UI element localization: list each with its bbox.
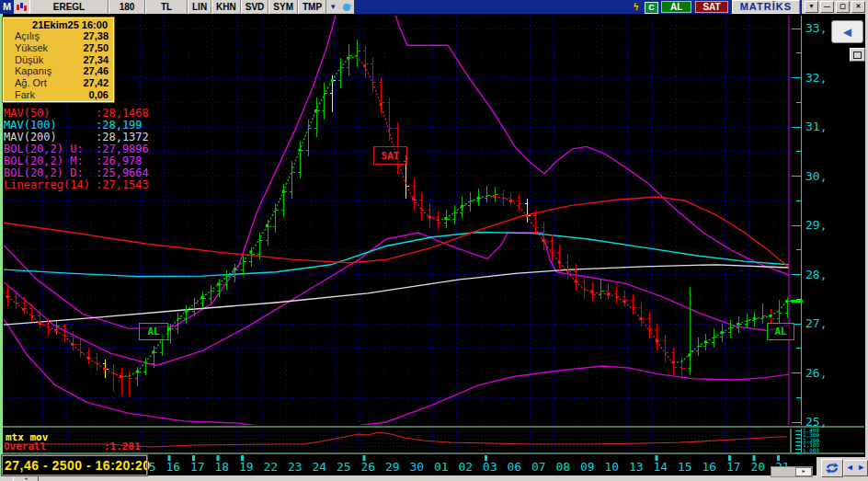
buy-button[interactable]: AL bbox=[661, 1, 691, 13]
toolbar-button-svd[interactable]: SVD bbox=[241, 0, 269, 14]
date-axis-label: 17 bbox=[726, 460, 741, 474]
date-axis-label: 03 bbox=[483, 460, 497, 474]
connection-badge[interactable]: C bbox=[645, 1, 658, 13]
date-axis-label: 16 bbox=[702, 460, 717, 474]
bottom-strip bbox=[0, 475, 868, 481]
chevron-down-icon[interactable]: ▼ bbox=[326, 0, 339, 14]
refresh-button[interactable] bbox=[821, 459, 843, 477]
horizontal-scrollbar[interactable]: ▸ bbox=[771, 466, 813, 477]
indicator-row: Linearreg(14):27,1543 bbox=[4, 179, 149, 191]
lightning-icon[interactable]: ϟ bbox=[629, 1, 643, 13]
price-axis-label: 28, bbox=[805, 268, 827, 281]
restore-panel-button[interactable] bbox=[850, 48, 865, 62]
price-axis-label: 27, bbox=[805, 316, 827, 330]
date-axis-label: 18 bbox=[215, 460, 230, 474]
titlebar: M EREGL 180 TL LINKHNSVDSYMTMP ▼ ϟ C AL … bbox=[0, 0, 868, 14]
nav-right-button[interactable]: ► bbox=[856, 461, 868, 475]
scroll-back-button[interactable]: ◄ bbox=[831, 20, 863, 43]
date-axis-label: 15 bbox=[678, 460, 692, 474]
maximize-button[interactable]: ▢ bbox=[836, 1, 850, 13]
price-axis-label: 30, bbox=[805, 169, 827, 183]
quote-rows: Açılış27,38Yüksek27,50Düşük27,34Kapanış2… bbox=[4, 30, 113, 101]
price-axis-label: 33, bbox=[805, 21, 827, 35]
sell-signal-marker[interactable]: SAT bbox=[373, 146, 407, 165]
brand-logo: MATRİKS bbox=[732, 0, 800, 14]
date-axis-label: 06 bbox=[508, 460, 522, 474]
quote-row: Açılış27,38 bbox=[4, 30, 113, 42]
price-axis-label: 31, bbox=[805, 120, 827, 133]
close-button[interactable]: ✕ bbox=[851, 1, 865, 13]
restore-icon bbox=[853, 52, 862, 59]
app-logo: M bbox=[0, 0, 14, 14]
date-axis-label: 22 bbox=[264, 460, 279, 474]
buy-signal-marker[interactable]: AL bbox=[139, 323, 168, 340]
twitter-icon[interactable] bbox=[339, 0, 354, 14]
overall-indicator: Overall :1.281 bbox=[4, 441, 46, 452]
window-menu-button[interactable]: ▼ bbox=[805, 1, 818, 13]
price-axis-label: 26, bbox=[805, 366, 827, 380]
overall-label: Overall bbox=[4, 441, 46, 452]
scroll-left-button[interactable]: ◂ bbox=[13, 475, 39, 481]
sync-icon bbox=[825, 462, 839, 475]
candlestick-icon bbox=[16, 2, 28, 12]
currency-field[interactable]: TL bbox=[145, 0, 188, 14]
period-input[interactable]: 180 bbox=[108, 0, 145, 14]
date-axis-label: 09 bbox=[580, 460, 595, 474]
matriks-chart-window: M EREGL 180 TL LINKHNSVDSYMTMP ▼ ϟ C AL … bbox=[0, 0, 868, 481]
overall-value: :1.281 bbox=[104, 441, 141, 452]
chart-type-icon[interactable] bbox=[14, 0, 29, 14]
window-controls: ▼ — ▢ ✕ bbox=[802, 0, 868, 14]
minimize-button[interactable]: — bbox=[820, 1, 834, 13]
indicator-legend: MAV(50):28,1468MAV(100):28,199MAV(200):2… bbox=[4, 108, 149, 191]
date-axis-label: 23 bbox=[288, 460, 303, 474]
date-axis-label: 26 bbox=[361, 460, 376, 474]
date-axis-label: 20 bbox=[751, 460, 766, 474]
quote-row: Ağ. Ort27,42 bbox=[4, 77, 113, 89]
date-axis-label: 25 bbox=[337, 460, 351, 474]
quote-row: Yüksek27,50 bbox=[4, 42, 113, 54]
last-trade-status: 27,46 - 2500 - 16:20:20 bbox=[3, 458, 151, 473]
date-axis-label: 10 bbox=[605, 460, 620, 474]
toolbar-buttons: LINKHNSVDSYMTMP bbox=[188, 0, 326, 14]
lower-panel-scale: 1,4001,3001,2001,1001,000 bbox=[803, 428, 819, 452]
titlebar-spacer bbox=[354, 0, 628, 14]
date-axis-label: 07 bbox=[531, 460, 546, 474]
page-nav-buttons: ◄ ► bbox=[843, 460, 868, 476]
symbol-input[interactable]: EREGL bbox=[29, 0, 108, 14]
date-axis-label: 30 bbox=[410, 460, 425, 474]
quote-row: Düşük27,34 bbox=[4, 54, 113, 66]
date-axis-label: 01 bbox=[434, 460, 449, 474]
scrollbar-thumb[interactable]: ▸ bbox=[795, 467, 812, 476]
date-axis-label: 19 bbox=[239, 460, 254, 474]
chart-canvas[interactable]: 33,32,31,30,29,28,27,26,25,1516171819222… bbox=[0, 14, 868, 481]
buy-signal-marker[interactable]: AL bbox=[767, 323, 794, 340]
nav-left-button[interactable]: ◄ bbox=[844, 461, 856, 475]
lower-scale-label: 1,000 bbox=[803, 448, 819, 452]
date-axis-label: 24 bbox=[313, 460, 327, 474]
date-axis-label: 16 bbox=[166, 460, 181, 474]
date-axis-label: 08 bbox=[556, 460, 571, 474]
quote-datetime: 21Ekim25 16:00 bbox=[4, 18, 113, 30]
price-axis-label: 29, bbox=[805, 218, 827, 232]
toolbar-button-khn[interactable]: KHN bbox=[211, 0, 241, 14]
bird-icon bbox=[342, 3, 352, 12]
date-axis-label: 29 bbox=[385, 460, 400, 474]
status-bar: 27,46 - 2500 - 16:20:20 bbox=[2, 455, 147, 475]
toolbar-button-tmp[interactable]: TMP bbox=[298, 0, 326, 14]
quote-info-box: 21Ekim25 16:00 Açılış27,38Yüksek27,50Düş… bbox=[3, 17, 114, 102]
toolbar-button-lin[interactable]: LIN bbox=[188, 0, 211, 14]
price-axis-label: 32, bbox=[805, 71, 827, 85]
toolbar-button-sym[interactable]: SYM bbox=[268, 0, 298, 14]
toolbar-left: M EREGL 180 TL LINKHNSVDSYMTMP ▼ bbox=[0, 0, 354, 14]
date-axis-label: 17 bbox=[190, 460, 205, 474]
date-axis-label: 13 bbox=[629, 460, 644, 474]
quote-row: Fark0,06 bbox=[4, 89, 113, 101]
date-axis-label: 02 bbox=[459, 460, 474, 474]
date-axis-label: 14 bbox=[654, 460, 668, 474]
sell-button[interactable]: SAT bbox=[695, 1, 727, 13]
quote-row: Kapanış27,46 bbox=[4, 65, 113, 77]
